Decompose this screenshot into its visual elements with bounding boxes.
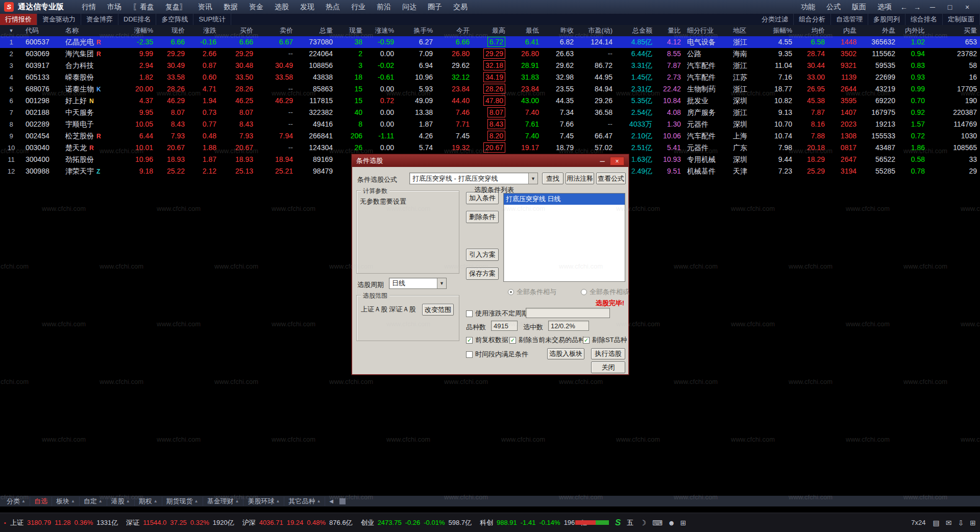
close-button[interactable]: ×	[959, 3, 976, 11]
menubar-item[interactable]: 版面	[846, 3, 872, 12]
maximize-button[interactable]: □	[941, 3, 959, 11]
header-cell[interactable]: 今开	[436, 26, 473, 35]
header-cell[interactable]: 换手%	[397, 26, 436, 35]
apps-icon[interactable]: ⊞	[680, 519, 687, 527]
menubar-item[interactable]: 圈子	[422, 3, 448, 12]
menubar-item[interactable]: 选项	[872, 3, 897, 12]
night-mode-icon[interactable]: ☽	[640, 519, 646, 527]
menubar-item[interactable]: 前沿	[371, 3, 397, 12]
exclude-st-checkbox[interactable]: ✓ 剔除ST品种	[583, 335, 627, 345]
header-cell[interactable]: 涨跌	[188, 26, 219, 35]
save-to-board-button[interactable]: 选股入板块	[547, 348, 584, 359]
bottom-tab[interactable]: 美股环球▲	[243, 497, 284, 506]
time-window-checkbox[interactable]: 时间段内满足条件	[466, 350, 528, 359]
table-row[interactable]: 5688076诺泰生物K20.0028.264.7128.26--8586315…	[0, 83, 980, 95]
toolbar-tab[interactable]: 资金驱动力	[37, 14, 81, 25]
header-cell[interactable]: 市盈(动)	[577, 26, 616, 35]
mode-label[interactable]: 五	[627, 518, 633, 527]
tab-scroll-left-icon[interactable]: ◀	[325, 498, 337, 504]
all-or-radio[interactable]: 全部条件相或	[581, 287, 629, 297]
table-row[interactable]: 4605133嵘泰股份1.8233.580.6033.5033.58438381…	[0, 71, 980, 83]
toolbar-tab[interactable]: 资金博弈	[81, 14, 118, 25]
header-cell[interactable]: 外盘	[860, 26, 898, 35]
index-group[interactable]: 创业2473.75-0.26-0.01%598.7亿	[361, 518, 472, 527]
header-cell[interactable]: 内外比	[898, 26, 928, 35]
user-icon[interactable]: ☻	[668, 519, 675, 527]
header-cell[interactable]: 总量	[296, 26, 336, 35]
message-icon[interactable]: ✉	[946, 519, 952, 527]
table-row[interactable]: 7002188中天服务9.958.070.738.07--322382400.0…	[0, 107, 980, 118]
header-cell[interactable]: 内盘	[828, 26, 860, 35]
header-cell[interactable]: 最低	[508, 26, 542, 35]
header-cell[interactable]: 代码	[22, 26, 62, 35]
header-cell[interactable]: 卖价	[256, 26, 296, 35]
header-cell[interactable]: 现价	[156, 26, 188, 35]
toolbar-action[interactable]: 定制版面	[943, 14, 980, 25]
header-cell[interactable]: 现量	[336, 26, 365, 35]
chevron-down-icon[interactable]: ▼	[437, 278, 446, 288]
menubar-item[interactable]: 资讯	[192, 3, 218, 12]
import-plan-button[interactable]: 引入方案	[466, 249, 499, 261]
toolbar-tab[interactable]: 行情报价	[0, 14, 37, 25]
variable-period-checkbox[interactable]: 使用涨跌不定周期	[466, 309, 528, 318]
table-row[interactable]: 1600537亿晶光电R-2.356.66-0.166.666.67737080…	[0, 36, 980, 48]
exclude-untraded-checkbox[interactable]: ✓ 剔除当前未交易的品种	[509, 335, 585, 345]
header-cell[interactable]: 量比	[655, 26, 684, 35]
table-row[interactable]: 3603917合力科技2.9430.490.8730.4830.49108856…	[0, 60, 980, 71]
menubar-item[interactable]: 行情	[76, 3, 102, 12]
grid-icon[interactable]: ⊞	[970, 519, 976, 527]
forward-adjust-checkbox[interactable]: ✓ 前复权数据	[466, 335, 508, 345]
bottom-tab[interactable]: 期权▲	[135, 497, 162, 506]
minimize-button[interactable]: ─	[924, 3, 941, 11]
header-cell[interactable]: 涨幅%	[118, 26, 156, 35]
header-cell[interactable]: 昨收	[542, 26, 577, 35]
all-and-radio[interactable]: 全部条件相与	[508, 287, 556, 297]
back-icon[interactable]: ←	[897, 3, 911, 11]
menubar-item[interactable]: 复盘〗	[160, 3, 192, 12]
dialog-minimize-icon[interactable]: ─	[597, 157, 608, 165]
bottom-tab[interactable]: 自选	[30, 497, 52, 506]
menubar-item[interactable]: 市场	[102, 3, 127, 12]
table-row[interactable]: 6001298好上好N4.3746.291.9446.2546.29117815…	[0, 95, 980, 107]
period-combobox[interactable]: 日线 ▼	[389, 278, 447, 289]
change-range-button[interactable]: 改变范围	[422, 304, 454, 316]
bottom-tab[interactable]: 分类▲	[3, 497, 30, 506]
chevron-down-icon[interactable]: ▼	[528, 173, 537, 184]
menubar-item[interactable]: 发现	[295, 3, 320, 12]
table-row[interactable]: 8002289宇顺电子10.058.430.778.43--4941680.00…	[0, 118, 980, 130]
usage-note-button[interactable]: 用法注释	[566, 173, 594, 184]
save-plan-button[interactable]: 保存方案	[466, 268, 499, 280]
header-cell[interactable]: 买量	[928, 26, 980, 35]
menubar-item[interactable]: 行业	[346, 3, 371, 12]
index-group[interactable]: 上证3180.7911.280.36%1331亿	[10, 518, 118, 527]
header-filter-icon[interactable]: ▼	[0, 28, 22, 33]
dialog-close-icon[interactable]: ×	[610, 157, 624, 165]
header-cell[interactable]: 振幅%	[758, 26, 795, 35]
bottom-tab[interactable]: 港股▲	[107, 497, 135, 506]
formula-combobox[interactable]: 打底压突穿线 - 打底压突穿线 ▼	[409, 173, 538, 184]
menubar-item[interactable]: 功能	[795, 3, 821, 12]
index-group[interactable]: 深证11544.037.250.32%1920亿	[126, 518, 234, 527]
header-cell[interactable]: 名称	[62, 26, 118, 35]
menubar-item[interactable]: 热点	[320, 3, 346, 12]
bottom-tab[interactable]: 自定▲	[80, 497, 107, 506]
delete-condition-button[interactable]: 删除条件	[466, 211, 499, 223]
toolbar-tab[interactable]: 多空阵线	[156, 14, 193, 25]
bottom-tab[interactable]: 期货现货▲	[162, 497, 203, 506]
toolbar-action[interactable]: 多股同列	[868, 14, 905, 25]
menubar-item[interactable]: 交易	[448, 3, 473, 12]
menubar-item[interactable]: 公式	[821, 3, 846, 12]
menubar-item[interactable]: 数据	[218, 3, 243, 12]
bottom-tab[interactable]: 基金理财▲	[203, 497, 244, 506]
close-dialog-button[interactable]: 关闭	[591, 361, 625, 373]
table-row[interactable]: 9002454松芝股份R6.447.930.487.937.9426684120…	[0, 130, 980, 142]
live-feed-label[interactable]: 7x24	[911, 519, 925, 526]
download-icon[interactable]: ⇩	[958, 519, 964, 527]
view-formula-button[interactable]: 查看公式	[596, 173, 626, 184]
header-cell[interactable]: 涨速%	[365, 26, 397, 35]
condition-listbox[interactable]: 打底压突穿线 日线	[503, 193, 625, 282]
header-cell[interactable]: 最高	[473, 26, 508, 35]
find-button[interactable]: 查找	[542, 173, 564, 184]
menubar-item[interactable]: 问达	[397, 3, 422, 12]
menubar-item[interactable]: 选股	[269, 3, 295, 12]
